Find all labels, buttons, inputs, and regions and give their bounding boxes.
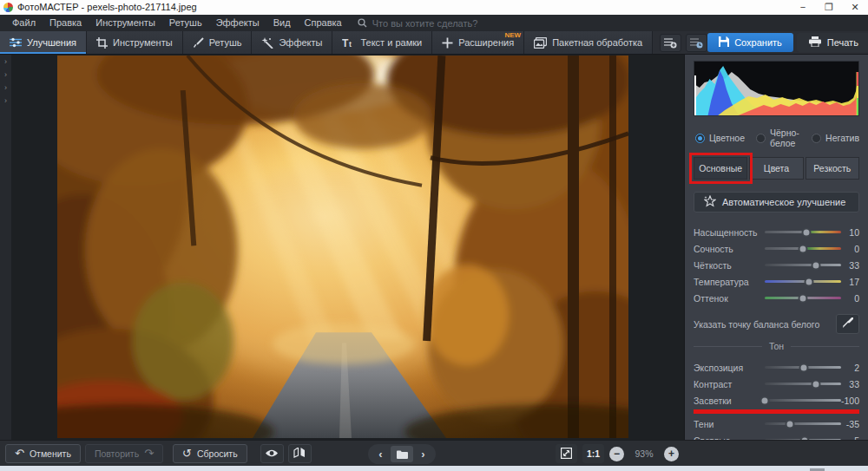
panel-tab-sharpness[interactable]: Резкость xyxy=(806,157,859,180)
print-button[interactable]: Печать xyxy=(797,33,868,52)
zoom-level: 93% xyxy=(629,448,659,459)
fit-screen-icon xyxy=(561,448,572,461)
redo-button[interactable]: Повторить ↷ xyxy=(85,444,163,463)
chevron-right-icon: › xyxy=(0,95,11,107)
minimize-button[interactable]: − xyxy=(790,0,816,15)
tab-label: Эффекты xyxy=(279,37,322,48)
zoom-out-button[interactable]: − xyxy=(609,447,624,461)
tab-batch-processing[interactable]: Пакетная обработка xyxy=(524,31,653,54)
folder-icon xyxy=(397,447,408,462)
compare-icon xyxy=(293,446,306,461)
collapse-panel-strip[interactable]: › › › › xyxy=(0,55,11,440)
printer-icon xyxy=(809,36,821,49)
undo-button[interactable]: ↶ Отменить xyxy=(5,444,81,463)
window-controls: − ❐ ✕ xyxy=(790,0,868,15)
slider-thumb[interactable] xyxy=(811,379,820,389)
restore-button[interactable]: ❐ xyxy=(816,0,842,15)
window-title: ФотоМАСТЕР - pexels-photo-217114.jpeg xyxy=(17,0,197,15)
mode-negative[interactable]: Негатив xyxy=(812,133,859,143)
annotation-underline xyxy=(694,409,859,414)
tab-tools[interactable]: Инструменты xyxy=(87,31,183,54)
slider-thumb[interactable] xyxy=(760,396,770,405)
tab-label: Ретушь xyxy=(209,37,242,48)
shadows-slider[interactable] xyxy=(765,422,841,425)
slider-highlights: Засветки -100 xyxy=(694,392,859,409)
menu-view[interactable]: Вид xyxy=(266,15,298,31)
preview-original-button[interactable] xyxy=(260,444,284,463)
save-button[interactable]: Сохранить xyxy=(707,33,793,52)
mode-color[interactable]: Цветное xyxy=(695,133,745,143)
zoom-in-button[interactable]: + xyxy=(664,447,679,461)
panel-tab-basic[interactable]: Основные xyxy=(694,157,747,180)
search-placeholder: Что вы хотите сделать? xyxy=(372,18,478,29)
slider-thumb[interactable] xyxy=(811,260,820,270)
menu-retouch[interactable]: Ретушь xyxy=(162,15,209,31)
menu-edit[interactable]: Правка xyxy=(43,15,89,31)
chevron-right-icon: › xyxy=(0,82,11,94)
tab-label: Улучшения xyxy=(27,37,76,48)
highlights-slider[interactable] xyxy=(765,399,841,402)
before-after-button[interactable] xyxy=(288,444,312,463)
panel-tab-group: Основные Цвета Резкость xyxy=(694,157,859,180)
eye-icon xyxy=(265,446,279,461)
eyedropper-button[interactable] xyxy=(836,314,859,334)
vibrance-slider[interactable] xyxy=(765,247,841,250)
preset-add-button[interactable] xyxy=(660,34,681,52)
tab-enhancements[interactable]: Улучшения xyxy=(0,31,87,54)
slider-thumb[interactable] xyxy=(799,363,808,372)
radio-selected-icon xyxy=(695,134,705,143)
clarity-slider[interactable] xyxy=(765,264,841,266)
tab-extensions[interactable]: NEW Расширения xyxy=(432,31,524,54)
tab-label: Инструменты xyxy=(113,37,173,48)
tab-label: Пакетная обработка xyxy=(552,37,642,48)
tab-retouch[interactable]: Ретушь xyxy=(183,31,253,54)
magic-wand-icon xyxy=(261,37,273,49)
slider-group-basic: Насыщенность 10 Сочность 0 Чёткость 33 Т… xyxy=(694,224,859,306)
exposure-slider[interactable] xyxy=(765,366,841,369)
brush-icon xyxy=(193,37,204,49)
next-photo-button[interactable]: › xyxy=(413,446,433,462)
open-folder-button[interactable] xyxy=(391,446,413,462)
undo-icon: ↶ xyxy=(15,448,24,459)
menu-tools[interactable]: Инструменты xyxy=(89,15,162,31)
preset-history-button[interactable] xyxy=(686,34,707,52)
tab-effects[interactable]: Эффекты xyxy=(252,31,332,54)
tab-text-frames[interactable]: Tt Текст и рамки xyxy=(332,31,432,54)
slider-thumb[interactable] xyxy=(799,293,808,303)
slider-thumb[interactable] xyxy=(799,244,808,253)
fit-to-screen-button[interactable] xyxy=(556,444,577,463)
tint-slider[interactable] xyxy=(765,297,841,299)
save-icon xyxy=(719,36,729,49)
auto-enhance-button[interactable]: Автоматическое улучшение xyxy=(694,192,859,213)
reset-button[interactable]: ↺ Сбросить xyxy=(173,444,247,463)
slider-thumb[interactable] xyxy=(805,277,814,286)
slider-vibrance: Сочность 0 xyxy=(694,240,859,257)
taskbar-edge xyxy=(0,466,868,471)
batch-icon xyxy=(534,37,547,49)
contrast-slider[interactable] xyxy=(765,383,841,385)
close-button[interactable]: ✕ xyxy=(842,0,868,15)
toolbar: Улучшения Инструменты Ретушь Эффекты Tt … xyxy=(0,31,868,55)
search-input[interactable]: Что вы хотите сделать? xyxy=(358,16,478,31)
slider-temperature: Температура 17 xyxy=(694,273,859,290)
temperature-slider[interactable] xyxy=(765,280,841,283)
slider-thumb[interactable] xyxy=(802,227,812,237)
redo-icon: ↷ xyxy=(144,448,154,459)
previous-photo-button[interactable]: ‹ xyxy=(371,446,391,462)
menu-effects[interactable]: Эффекты xyxy=(209,15,266,31)
slider-thumb[interactable] xyxy=(785,419,794,428)
menu-bar: Файл Правка Инструменты Ретушь Эффекты В… xyxy=(0,15,868,31)
chevron-right-icon: › xyxy=(0,56,11,68)
photo-canvas[interactable] xyxy=(57,56,628,438)
mode-black-white[interactable]: Чёрно-белое xyxy=(756,128,800,148)
saturation-slider[interactable] xyxy=(765,231,841,233)
menu-help[interactable]: Справка xyxy=(298,15,349,31)
panel-tab-colors[interactable]: Цвета xyxy=(749,157,803,180)
bottom-bar: ↶ Отменить Повторить ↷ ↺ Сбросить ‹ › 1:… xyxy=(0,440,868,466)
histogram xyxy=(694,61,859,116)
menu-file[interactable]: Файл xyxy=(5,15,43,31)
canvas-area: › › › › xyxy=(0,55,684,440)
save-label: Сохранить xyxy=(734,37,782,48)
actual-size-button[interactable]: 1:1 xyxy=(582,444,604,463)
slider-saturation: Насыщенность 10 xyxy=(694,224,859,240)
